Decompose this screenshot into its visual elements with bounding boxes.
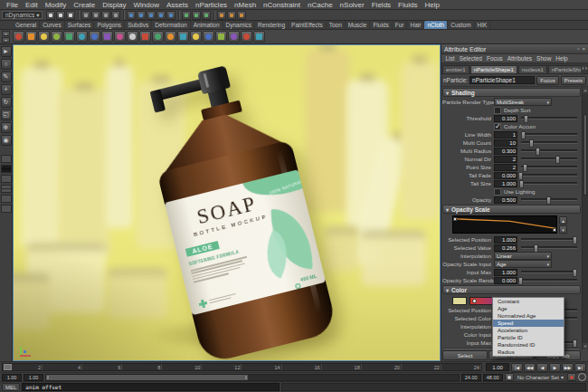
presets-button[interactable]: Presets: [561, 76, 586, 85]
slider-handle[interactable]: [546, 196, 551, 205]
transport-button[interactable]: ◀◀: [524, 363, 536, 372]
transport-button[interactable]: ▶▶: [562, 363, 574, 372]
ramp-options-icon[interactable]: ▾: [559, 225, 567, 234]
scrollbar-thumb[interactable]: [583, 114, 587, 196]
shelf-icon[interactable]: [63, 31, 75, 43]
tail-size-slider[interactable]: [521, 182, 577, 185]
slider-handle[interactable]: [536, 148, 540, 156]
shelf-icon[interactable]: [114, 31, 126, 43]
menu-item[interactable]: Help: [421, 1, 442, 9]
threshold-field[interactable]: 0.100: [494, 115, 517, 122]
ae-menu-item[interactable]: Show: [535, 55, 554, 62]
shelf-icon[interactable]: [253, 31, 265, 43]
selection-mask-icon[interactable]: [111, 11, 120, 20]
section-header-opacity-scale[interactable]: ▾Opacity Scale: [442, 205, 581, 214]
multi-count-slider[interactable]: [521, 141, 577, 144]
rotate-tool-icon[interactable]: ↻: [1, 97, 12, 108]
slider-handle[interactable]: [524, 115, 528, 123]
render-current-frame-icon[interactable]: [217, 11, 226, 20]
color-accum-checkbox[interactable]: [494, 123, 501, 130]
shelf-icon[interactable]: [13, 31, 24, 43]
shelf-tab[interactable]: Fur: [393, 21, 408, 29]
time-slider[interactable]: 24681012141618202224: [2, 363, 482, 371]
ramp-handle[interactable]: [453, 217, 457, 221]
shelf-tab[interactable]: HIK: [475, 21, 491, 29]
shelf-icon[interactable]: [127, 31, 138, 43]
ae-menu-item[interactable]: Help: [554, 55, 570, 62]
ae-tab[interactable]: emitter1: [442, 65, 469, 73]
range-handle-right[interactable]: [244, 375, 248, 380]
snap-point-icon[interactable]: [147, 11, 156, 20]
animation-start-field[interactable]: 1.00: [2, 374, 22, 381]
shelf-tab[interactable]: PaintEffects: [289, 21, 327, 29]
dropdown-option[interactable]: Radius: [493, 349, 564, 356]
shelf-icon[interactable]: [190, 31, 202, 43]
current-time-field[interactable]: 1.00: [486, 363, 509, 371]
selected-color-swatch[interactable]: [452, 297, 467, 305]
select-hierarchy-icon[interactable]: [81, 11, 90, 20]
menu-item[interactable]: nSolver: [337, 1, 368, 9]
shelf-icon[interactable]: [215, 31, 227, 43]
select-tool-icon[interactable]: ►: [1, 46, 12, 57]
shelf-tab[interactable]: Rendering: [255, 21, 289, 29]
multi-radius-slider[interactable]: [521, 149, 577, 152]
section-header-shading[interactable]: ▾Shading: [442, 88, 581, 97]
menu-item[interactable]: nParticles: [192, 1, 231, 9]
shelf-tab[interactable]: Subdivs: [125, 21, 152, 29]
dropdown-option[interactable]: Randomized ID: [493, 341, 564, 349]
playback-start-field[interactable]: 1.00: [24, 374, 43, 381]
scroll-down-icon[interactable]: ▼: [583, 343, 588, 349]
opacity-slider[interactable]: [521, 198, 577, 201]
ae-menu-item[interactable]: Attributes: [505, 55, 534, 62]
ae-menu-item[interactable]: Focus: [484, 55, 505, 62]
move-tool-icon[interactable]: +: [1, 84, 12, 95]
shelf-icon[interactable]: [51, 31, 62, 43]
current-frame-marker[interactable]: [4, 364, 12, 370]
ae-tab[interactable]: nParticleShape1: [470, 65, 517, 73]
node-name-field[interactable]: nParticleShape1: [469, 76, 535, 84]
lasso-tool-icon[interactable]: ○: [1, 59, 12, 70]
paint-select-tool-icon[interactable]: ✎: [1, 72, 12, 82]
single-pane-layout-icon[interactable]: [1, 155, 12, 163]
dropdown-option[interactable]: Speed: [493, 320, 564, 327]
dropdown-option[interactable]: Age: [493, 305, 564, 312]
transport-button[interactable]: ▶|: [574, 363, 586, 372]
normal-dir-field[interactable]: 2: [494, 156, 517, 163]
slider-handle[interactable]: [534, 244, 538, 253]
shelf-tab[interactable]: General: [13, 21, 40, 29]
selected-value-slider[interactable]: [521, 246, 577, 249]
opacity-scale-input-dropdown[interactable]: Age▾: [494, 260, 552, 268]
universal-manipulator-icon[interactable]: ⊕: [1, 122, 12, 133]
shelf-tab[interactable]: Animation: [191, 21, 223, 29]
menu-item[interactable]: Fields: [368, 1, 394, 9]
animation-preferences-icon[interactable]: [578, 373, 586, 381]
input-connections-icon[interactable]: [192, 11, 201, 20]
tail-fade-slider[interactable]: [521, 174, 577, 177]
shelf-icon[interactable]: [38, 31, 50, 43]
ramp-expand-icon[interactable]: ▲: [559, 216, 567, 225]
slider-handle[interactable]: [518, 172, 523, 180]
section-header-color[interactable]: ▾Color: [442, 285, 581, 294]
shelf-icon[interactable]: [25, 31, 37, 43]
menu-item[interactable]: Fluids: [394, 1, 421, 9]
tail-fade-field[interactable]: 0.000: [494, 172, 517, 179]
line-width-field[interactable]: 1: [494, 131, 517, 139]
range-bar[interactable]: [46, 375, 248, 380]
dropdown-option[interactable]: Acceleration: [493, 327, 564, 334]
dropdown-option[interactable]: Particle ID: [493, 334, 564, 341]
selected-position-slider[interactable]: [521, 238, 577, 241]
slider-handle[interactable]: [521, 131, 526, 139]
ae-menu-item[interactable]: Selected: [457, 55, 484, 62]
shelf-icon[interactable]: [139, 31, 151, 43]
opacity-randomize-slider[interactable]: [521, 279, 577, 282]
range-slider[interactable]: [45, 374, 460, 381]
snap-curve-icon[interactable]: [137, 11, 146, 20]
ramp-handle[interactable]: [553, 228, 556, 232]
slider-handle[interactable]: [519, 180, 524, 188]
shelf-tab[interactable]: Dynamics: [223, 21, 256, 29]
depth-sort-checkbox[interactable]: [494, 107, 501, 114]
render-settings-icon[interactable]: [237, 11, 246, 20]
menu-item[interactable]: Window: [130, 1, 163, 9]
shelf-tab[interactable]: Custom: [448, 21, 474, 29]
open-scene-icon[interactable]: [56, 11, 65, 20]
